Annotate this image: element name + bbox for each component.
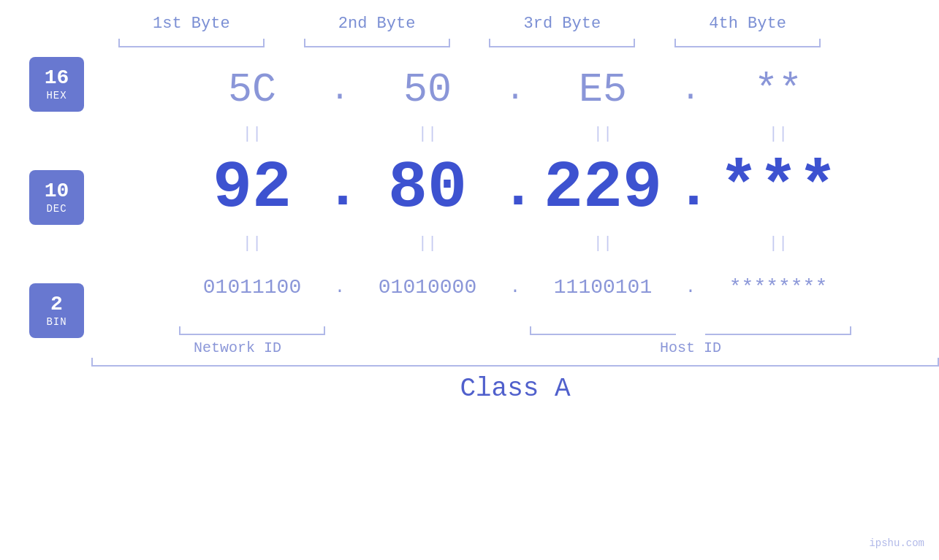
byte4-header: 4th Byte [674, 15, 821, 33]
hex-b4: ** [705, 67, 851, 113]
hex-dot2: . [501, 72, 530, 109]
dec-dot1: . [325, 156, 354, 222]
dec-b4: *** [705, 156, 851, 221]
eq2-b4: || [705, 234, 851, 253]
dec-dot3: . [676, 156, 705, 222]
dec-b3: 229 [530, 156, 676, 221]
bin-dot3: . [676, 277, 705, 297]
class-bottom-line [91, 365, 939, 367]
byte-headers: 1st Byte 2nd Byte 3rd Byte 4th Byte [0, 15, 939, 33]
byte1-header: 1st Byte [118, 15, 265, 33]
bin-dot1: . [325, 277, 354, 297]
dec-dot2: . [501, 156, 530, 222]
hex-b3: E5 [530, 67, 676, 113]
bottom-bracket-b3 [530, 321, 676, 335]
dec-b2: 80 [354, 156, 501, 221]
bin-row: 01011100 . 01010000 . 11100101 . *******… [91, 258, 939, 316]
byte3-header: 3rd Byte [489, 15, 635, 33]
eq2-b3: || [530, 234, 676, 253]
eq1-b2: || [354, 125, 501, 143]
hex-b1: 5C [179, 67, 325, 113]
eq1-b1: || [179, 125, 325, 143]
bin-badge: 2 BIN [29, 283, 84, 338]
equal-row-1: || || || || [91, 119, 939, 148]
bottom-brackets-row [91, 321, 939, 335]
network-id-label: Network ID [164, 340, 311, 356]
eq2-b2: || [354, 234, 501, 253]
bin-b1: 01011100 [179, 276, 325, 299]
bracket-byte3 [489, 39, 635, 53]
bracket-byte2 [304, 39, 450, 53]
bracket-byte4 [674, 39, 821, 53]
bin-b4: ******** [705, 276, 851, 299]
hex-badge-number: 16 [45, 68, 69, 88]
bracket-byte1 [118, 39, 265, 53]
equal-row-2: || || || || [91, 229, 939, 258]
main-container: 1st Byte 2nd Byte 3rd Byte 4th Byte 16 H… [0, 0, 939, 560]
watermark: ipshu.com [869, 537, 924, 549]
dec-badge-number: 10 [45, 181, 69, 202]
top-brackets [0, 39, 939, 53]
bottom-bracket-b1 [179, 321, 325, 335]
eq1-b4: || [705, 125, 851, 143]
bin-badge-label: BIN [46, 316, 66, 328]
class-label: Class A [91, 374, 939, 404]
eq2-b1: || [179, 234, 325, 253]
data-rows-wrapper: 5C . 50 . E5 . ** || || || || 92 [91, 53, 939, 560]
hex-dot1: . [325, 72, 354, 109]
bin-dot2: . [501, 277, 530, 297]
hex-row: 5C . 50 . E5 . ** [91, 61, 939, 119]
badges-column: 16 HEX 10 DEC 2 BIN [29, 53, 84, 560]
dec-b1: 92 [179, 156, 325, 221]
id-labels-row: Network ID Host ID [91, 340, 939, 356]
dec-badge-label: DEC [46, 203, 66, 215]
hex-b2: 50 [354, 67, 501, 113]
byte2-header: 2nd Byte [304, 15, 450, 33]
dec-row: 92 . 80 . 229 . *** [91, 148, 939, 229]
dec-badge: 10 DEC [29, 170, 84, 225]
host-id-label: Host ID [515, 340, 866, 356]
bin-b2: 01010000 [354, 276, 501, 299]
bottom-bracket-b4 [705, 321, 851, 335]
bin-badge-number: 2 [50, 294, 63, 315]
eq1-b3: || [530, 125, 676, 143]
hex-dot3: . [676, 72, 705, 109]
hex-badge-label: HEX [46, 90, 66, 101]
bin-b3: 11100101 [530, 276, 676, 299]
hex-badge: 16 HEX [29, 57, 84, 112]
